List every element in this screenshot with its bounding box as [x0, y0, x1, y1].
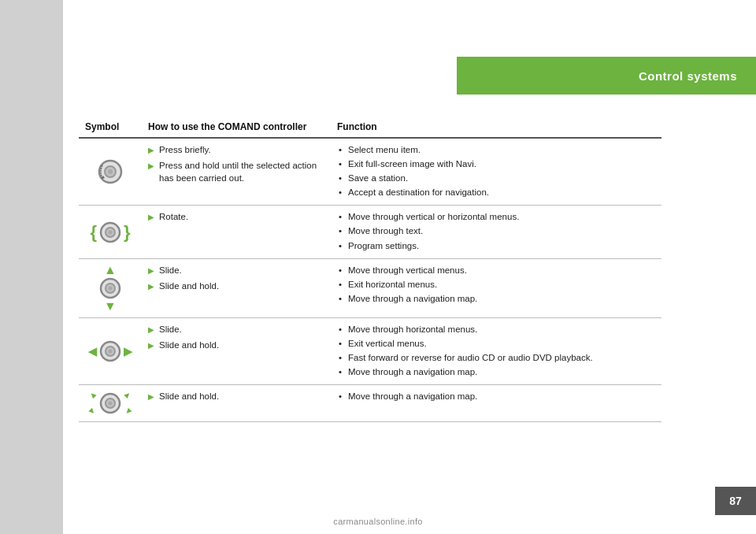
list-item: Accept a destination for navigation.: [337, 186, 655, 198]
left-arrow-icon: ◀: [88, 345, 97, 358]
table-row: { } ▶ Rotate.: [79, 206, 662, 258]
se-arrow-icon: ▲: [121, 406, 134, 418]
table-row: ▶ Press briefly. ▶ Press and hold until …: [79, 138, 662, 206]
watermark: carmanualsonline.info: [333, 517, 422, 526]
list-item: Save a station.: [337, 172, 655, 184]
nw-arrow-icon: ▲: [86, 388, 98, 401]
action-text: Slide.: [159, 264, 182, 276]
bullet-arrow: ▶: [148, 265, 154, 276]
bullet-arrow: ▶: [148, 324, 154, 336]
function-list: Move through vertical or horizontal menu…: [337, 210, 655, 251]
func-cell-slide-h: Move through horizontal menus. Exit vert…: [331, 317, 662, 384]
list-item: Move through a navigation map.: [337, 390, 655, 402]
right-arrow-icon: ▶: [124, 345, 132, 358]
action-text: Slide and hold.: [159, 339, 219, 351]
action-text: Press and hold until the selected action…: [159, 159, 324, 184]
list-item: Move through text.: [337, 224, 655, 237]
action-text: Rotate.: [159, 210, 188, 223]
ne-arrow-icon: ▲: [121, 388, 134, 401]
controller-table: Symbol How to use the COMAND controller …: [79, 117, 662, 422]
list-item: Select menu item.: [337, 143, 655, 156]
svg-point-6: [109, 230, 113, 234]
action-text: Slide and hold.: [159, 390, 219, 402]
how-cell-slide-v: ▶ Slide. ▶ Slide and hold.: [142, 258, 331, 317]
func-cell-slide-v: Move through vertical menus. Exit horizo…: [331, 258, 662, 317]
symbol-cell-slide-d: ▲ ▲ ▲ ▲: [79, 385, 142, 422]
bullet-arrow: ▶: [148, 212, 154, 223]
list-item: Move through vertical menus.: [337, 264, 655, 276]
how-cell-slide-d: ▶ Slide and hold.: [142, 385, 331, 422]
func-cell-press: Select menu item. Exit full-screen image…: [331, 138, 662, 206]
function-list: Move through a navigation map.: [337, 390, 655, 402]
col-header-symbol: Symbol: [79, 117, 142, 138]
svg-point-15: [109, 402, 113, 406]
table-row: ▲ ▼ ▶ Slide. ▶: [79, 258, 662, 317]
list-item: Program settings.: [337, 239, 655, 252]
function-list: Move through horizontal menus. Exit vert…: [337, 323, 655, 378]
list-item: Move through horizontal menus.: [337, 323, 655, 336]
func-cell-slide-d: Move through a navigation map.: [331, 385, 662, 422]
bullet-arrow: ▶: [148, 145, 154, 156]
svg-point-9: [109, 286, 113, 290]
list-item: Exit horizontal menus.: [337, 278, 655, 291]
section-header: Control systems: [457, 57, 756, 95]
bullet-arrow: ▶: [148, 161, 154, 172]
table-row: ◀ ▶ ▶ Slide. ▶: [79, 317, 662, 384]
svg-point-2: [108, 169, 113, 174]
table-header-row: Symbol How to use the COMAND controller …: [79, 117, 662, 138]
up-arrow-icon: ▲: [104, 264, 117, 276]
list-item: Move through a navigation map.: [337, 292, 655, 305]
sw-arrow-icon: ▲: [86, 406, 98, 418]
page-number: 87: [729, 495, 742, 507]
bullet-arrow: ▶: [148, 340, 154, 351]
bracket-right-icon: }: [124, 224, 131, 241]
function-list: Select menu item. Exit full-screen image…: [337, 143, 655, 198]
col-header-function: Function: [331, 117, 662, 138]
symbol-cell-press: [79, 138, 142, 206]
list-item: Move through vertical or horizontal menu…: [337, 210, 655, 223]
symbol-cell-slide-h: ◀ ▶: [79, 317, 142, 384]
section-title: Control systems: [639, 69, 737, 83]
list-item: Move through a navigation map.: [337, 365, 655, 378]
col-header-how: How to use the COMAND controller: [142, 117, 331, 138]
list-item: Fast forward or reverse for audio CD or …: [337, 351, 655, 364]
table-row: ▲ ▲ ▲ ▲: [79, 385, 662, 422]
how-cell-rotate: ▶ Rotate.: [142, 206, 331, 258]
list-item: Exit full-screen image with Navi.: [337, 158, 655, 170]
content-table: Symbol How to use the COMAND controller …: [79, 117, 662, 422]
action-text: Slide and hold.: [159, 280, 219, 292]
list-item: Exit vertical menus.: [337, 337, 655, 350]
bullet-arrow: ▶: [148, 391, 154, 402]
svg-point-12: [109, 349, 113, 353]
action-text: Press briefly.: [159, 143, 211, 156]
action-text: Slide.: [159, 323, 182, 336]
down-arrow-icon: ▼: [104, 300, 117, 313]
how-cell-slide-h: ▶ Slide. ▶ Slide and hold.: [142, 317, 331, 384]
function-list: Move through vertical menus. Exit horizo…: [337, 264, 655, 305]
bracket-left-icon: {: [90, 224, 97, 241]
symbol-cell-rotate: { }: [79, 206, 142, 258]
page-number-box: 87: [715, 487, 756, 515]
how-cell-press: ▶ Press briefly. ▶ Press and hold until …: [142, 138, 331, 206]
bullet-arrow: ▶: [148, 281, 154, 292]
symbol-cell-slide-v: ▲ ▼: [79, 258, 142, 317]
func-cell-rotate: Move through vertical or horizontal menu…: [331, 206, 662, 258]
